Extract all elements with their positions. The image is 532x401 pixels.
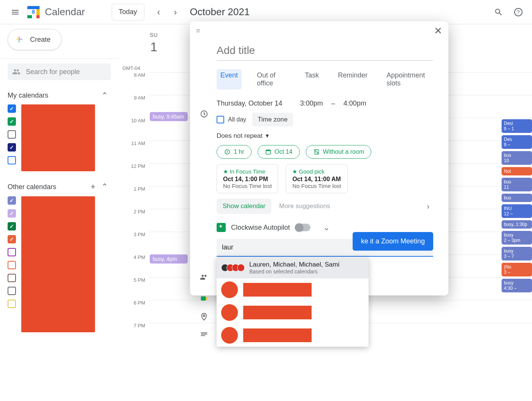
calendar-checkbox[interactable]: [8, 130, 16, 139]
hour-label: 9 AM: [116, 95, 149, 118]
prev-period[interactable]: ‹: [152, 5, 166, 19]
help-icon: ?: [514, 8, 523, 17]
hour-label: 2 PM: [116, 209, 149, 232]
tab-reminder[interactable]: Reminder: [334, 69, 371, 90]
event-start-time[interactable]: 3:00pm: [300, 99, 323, 107]
timezone-button[interactable]: Time zone: [252, 113, 293, 126]
help-button[interactable]: ?: [511, 5, 526, 20]
svg-rect-4: [36, 15, 40, 18]
clockwise-chips: 1 hrOct 14Without a room: [217, 145, 433, 159]
create-event-modal: ≡ ✕ EventOut of officeTaskReminderAppoin…: [190, 21, 448, 295]
chip-clock[interactable]: 1 hr: [217, 145, 252, 159]
chevron-down-icon[interactable]: ⌄: [323, 223, 330, 232]
calendar-event[interactable]: Des9 –: [502, 135, 532, 149]
calendar-event[interactable]: busy, 4pm: [150, 254, 188, 264]
time-suggestion-card[interactable]: ★ In Focus TimeOct 14, 1:00 PMNo Focus T…: [217, 164, 278, 193]
calendar-event[interactable]: (No3 –: [502, 263, 532, 276]
create-button[interactable]: Create: [8, 29, 62, 50]
calendar-checkbox[interactable]: [8, 222, 16, 230]
my-calendars-header[interactable]: My calendars ⌃: [8, 91, 111, 100]
add-calendar-icon[interactable]: +: [90, 182, 95, 192]
calendar-event[interactable]: busy4:30 –: [502, 279, 532, 292]
time-suggestion-card[interactable]: ★ Good pickOct 14, 11:00 AMNo Focus Time…: [286, 164, 347, 193]
search-button[interactable]: [491, 5, 506, 20]
calendar-event[interactable]: Desi9 – 1: [502, 119, 532, 133]
chevron-down-icon: ▾: [266, 132, 269, 140]
calendar-checkbox[interactable]: [8, 235, 16, 243]
more-suggestions-button[interactable]: More suggestions: [279, 202, 330, 210]
next-period[interactable]: ›: [169, 5, 182, 19]
calendar-checkbox[interactable]: [8, 274, 16, 282]
calendar-event[interactable]: bus11: [502, 178, 532, 191]
calendar-checkbox[interactable]: [8, 156, 16, 164]
calendar-checkbox[interactable]: [8, 143, 16, 152]
svg-point-15: [203, 315, 205, 317]
divider: [0, 58, 119, 59]
svg-text:8: 8: [32, 9, 35, 15]
calendar-checkbox[interactable]: [8, 248, 16, 256]
hour-label: 1 PM: [116, 186, 149, 209]
clockwise-autopilot-row: Clockwise Autopilot ⌄: [217, 223, 433, 232]
current-period-label[interactable]: October 2021: [190, 6, 250, 18]
event-date[interactable]: Thursday, October 14: [217, 99, 282, 107]
calendar-checkbox[interactable]: [8, 287, 16, 295]
tab-appointment-slots[interactable]: Appointment slots: [383, 69, 433, 90]
app-logo[interactable]: 8 Calendar: [26, 5, 85, 20]
other-calendars-header[interactable]: Other calendars + ⌃: [8, 182, 111, 192]
guest-suggestion-redacted[interactable]: [217, 324, 369, 347]
today-button[interactable]: Today: [112, 4, 144, 21]
checkbox-icon: [217, 116, 224, 123]
calendar-event[interactable]: busy, 1:30p: [502, 220, 532, 229]
tab-event[interactable]: Event: [217, 69, 242, 90]
avatar-group: [221, 264, 245, 272]
clockwise-label: Clockwise Autopilot: [231, 224, 290, 232]
calendar-checkbox[interactable]: [8, 104, 16, 113]
hour-label: 6 PM: [116, 300, 149, 323]
tab-task[interactable]: Task: [301, 69, 323, 90]
calendar-event[interactable]: Not: [502, 167, 532, 175]
calendar-checkbox[interactable]: [8, 261, 16, 269]
drag-handle-icon[interactable]: ≡: [196, 27, 201, 35]
calendar-event[interactable]: INU12 –: [502, 204, 532, 218]
calendar-checkbox[interactable]: [8, 209, 16, 218]
day-column-header[interactable]: SU 1: [150, 32, 158, 54]
day-of-week: SU: [150, 32, 158, 38]
guest-suggestion-group[interactable]: Lauren, Michael, Michael, Sami Based on …: [217, 257, 369, 278]
guest-suggestion-redacted[interactable]: [217, 278, 369, 301]
calendar-logo-icon: 8: [26, 5, 41, 20]
event-end-time[interactable]: 4:00pm: [344, 99, 366, 107]
chevron-right-icon[interactable]: ›: [427, 202, 429, 211]
location-icon[interactable]: [200, 313, 208, 322]
tab-out-of-office[interactable]: Out of office: [253, 69, 290, 90]
calendar-event[interactable]: bus10: [502, 151, 532, 165]
autopilot-toggle[interactable]: [295, 224, 310, 231]
event-datetime[interactable]: Thursday, October 14 3:00pm – 4:00pm: [217, 99, 433, 107]
recurrence-dropdown[interactable]: Does not repeat ▾: [217, 132, 433, 140]
show-calendar-button[interactable]: Show calendar: [217, 199, 271, 214]
chip-calendar[interactable]: Oct 14: [258, 145, 300, 159]
calendar-event[interactable]: busy3 – 7: [502, 247, 532, 260]
event-title-input[interactable]: [217, 42, 433, 61]
calendar-checkbox[interactable]: [8, 117, 16, 126]
guest-suggestion-redacted[interactable]: [217, 301, 369, 324]
calendar-event[interactable]: busy2 – 3pm: [502, 231, 532, 245]
hamburger-menu[interactable]: [6, 3, 24, 21]
calendar-checkbox[interactable]: [8, 196, 16, 205]
calendar-event[interactable]: bus: [502, 194, 532, 202]
other-calendars-title: Other calendars: [8, 183, 56, 191]
calendar-checkbox[interactable]: [8, 300, 16, 308]
suggestion-subtitle: Based on selected calendars: [249, 268, 339, 275]
all-day-checkbox[interactable]: All day: [217, 116, 246, 123]
calendar-event[interactable]: busy, 9:45am: [150, 112, 188, 121]
menu-icon: [11, 8, 20, 17]
close-button[interactable]: ✕: [434, 25, 442, 37]
all-day-label: All day: [228, 116, 246, 123]
chevron-up-icon: ⌃: [101, 182, 108, 192]
video-conference-icon[interactable]: [200, 294, 208, 304]
chip-room[interactable]: Without a room: [306, 145, 371, 159]
description-icon[interactable]: [200, 331, 208, 341]
people-icon: [12, 68, 21, 76]
search-people-input[interactable]: Search for people: [8, 63, 111, 80]
hour-label: 3 PM: [116, 232, 149, 254]
zoom-meeting-button[interactable]: ke it a Zoom Meeting: [353, 232, 433, 251]
